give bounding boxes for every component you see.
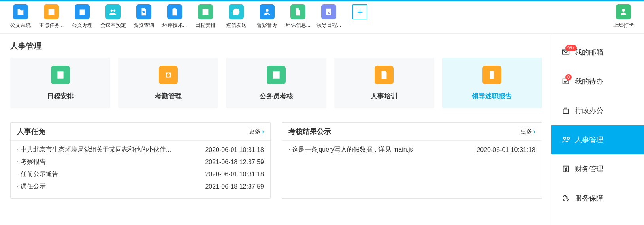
main-content: 人事管理 日程安排考勤管理公务员考核人事培训领导述职报告 人事任免更多›· 中共…: [0, 34, 551, 225]
toolbar-item-0[interactable]: 公文系统: [6, 4, 36, 29]
chevron-right-icon: ›: [533, 128, 535, 136]
item-date: 2020-06-01 10:31:18: [476, 146, 535, 154]
toolbar: 公文系统重点任务...公文办理会议室预定薪资查询环评技术...日程安排短信发送督…: [0, 1, 644, 34]
edit-icon: [198, 4, 213, 19]
more-link[interactable]: 更多›: [520, 128, 535, 136]
list-item[interactable]: · 任前公示通告2020-06-01 10:31:18: [17, 168, 264, 180]
module-card-2[interactable]: 公务员考核: [226, 58, 326, 108]
item-date: 2020-06-01 10:31:18: [205, 146, 264, 154]
hr-icon: [561, 135, 570, 144]
item-date: 2021-06-18 12:37:59: [205, 159, 264, 166]
toolbar-label: 会议室预定: [100, 22, 126, 29]
toolbar-item-9[interactable]: 环保信息...: [283, 4, 313, 29]
card-label: 日程安排: [47, 92, 74, 101]
card-label: 人事培训: [371, 92, 397, 101]
toolbar-label: 短信发送: [226, 22, 247, 29]
list-item[interactable]: · 这是一条jquery写入的假数据，详见 main.js2020-06-01 …: [288, 144, 535, 156]
panels: 人事任免更多›· 中共北京市生态环境局党组关于某同志和他的小伙伴...2020-…: [10, 122, 542, 199]
sidebar-label: 我的待办: [575, 77, 603, 86]
item-title: · 任前公示通告: [17, 170, 58, 178]
panel-title: 考核结果公示: [288, 127, 331, 136]
sidebar-item-5[interactable]: 服务保障: [551, 184, 644, 213]
list-item[interactable]: · 中共北京市生态环境局党组关于某同志和他的小伙伴...2020-06-01 1…: [17, 144, 264, 156]
usercheck-icon: [260, 4, 275, 19]
toolbar-item-2[interactable]: 公文办理: [67, 4, 97, 29]
toolbar-label: 日程安排: [195, 22, 216, 29]
toolbar-add-button[interactable]: +: [352, 4, 367, 19]
item-date: 2020-06-01 10:31:18: [205, 171, 264, 178]
calendar-icon: [51, 66, 70, 84]
chart-icon: [44, 4, 59, 19]
sidebar-label: 财务管理: [575, 164, 603, 174]
sidebar-item-2[interactable]: 行政办公: [551, 96, 644, 125]
service-icon: [561, 194, 570, 202]
card-label: 领导述职报告: [472, 92, 512, 101]
item-title: · 考察报告: [17, 158, 46, 166]
file-icon: [290, 4, 305, 19]
toolbar-label: 领导日程...: [316, 22, 341, 29]
sidebar-label: 人事管理: [575, 135, 603, 144]
toolbar-label: 环保信息...: [286, 22, 311, 29]
item-title: · 调任公示: [17, 182, 46, 191]
people-icon: [105, 4, 121, 19]
message-icon: [229, 4, 244, 19]
sidebar-item-3[interactable]: 人事管理: [551, 125, 644, 154]
module-card-1[interactable]: 考勤管理: [118, 58, 218, 108]
module-card-4[interactable]: 领导述职报告: [442, 58, 542, 108]
report-icon: [482, 66, 501, 84]
list-item[interactable]: · 调任公示2021-06-18 12:37:59: [17, 180, 264, 193]
clock-label: 上班打卡: [613, 22, 634, 29]
list-item[interactable]: · 考察报告2021-06-18 12:37:59: [17, 156, 264, 168]
searchdoc-icon: [321, 4, 336, 19]
toolbar-item-8[interactable]: 督察督办: [252, 4, 282, 29]
toolbar-label: 重点任务...: [39, 22, 64, 29]
sidebar: 99+我的邮箱0我的待办行政办公人事管理财务管理服务保障: [551, 34, 644, 225]
panel-title: 人事任免: [17, 127, 45, 136]
clipboard-icon: [167, 4, 182, 19]
training-icon: [375, 66, 394, 84]
sidebar-label: 我的邮箱: [575, 47, 603, 57]
sidebar-label: 服务保障: [575, 193, 603, 203]
fingerprint-icon: [159, 66, 178, 84]
sidebar-item-0[interactable]: 99+我的邮箱: [551, 38, 644, 67]
toolbar-label: 公文办理: [72, 22, 92, 29]
card-label: 公务员考核: [260, 92, 293, 101]
toolbar-item-10[interactable]: 领导日程...: [314, 4, 344, 29]
item-title: · 中共北京市生态环境局党组关于某同志和他的小伙伴...: [17, 146, 171, 154]
sidebar-label: 行政办公: [575, 106, 603, 115]
toolbar-label: 薪资查询: [134, 22, 154, 29]
module-card-0[interactable]: 日程安排: [10, 58, 110, 108]
user-icon: [616, 4, 631, 19]
toolbar-item-5[interactable]: 环评技术...: [160, 4, 190, 29]
sidebar-item-4[interactable]: 财务管理: [551, 154, 644, 184]
sidebar-item-1[interactable]: 0我的待办: [551, 67, 644, 96]
toolbar-item-3[interactable]: 会议室预定: [98, 4, 128, 29]
admin-icon: [561, 106, 570, 115]
badge: 0: [565, 74, 572, 80]
toolbar-item-1[interactable]: 重点任务...: [36, 4, 66, 29]
toolbar-item-7[interactable]: 短信发送: [221, 4, 251, 29]
briefcase-icon: [75, 4, 90, 19]
module-card-3[interactable]: 人事培训: [334, 58, 434, 108]
docsearch-icon: [136, 4, 151, 19]
more-link[interactable]: 更多›: [249, 128, 264, 136]
toolbar-item-4[interactable]: 薪资查询: [129, 4, 159, 29]
clock-in-button[interactable]: 上班打卡: [608, 4, 638, 29]
chevron-right-icon: ›: [262, 128, 264, 136]
item-date: 2021-06-18 12:37:59: [205, 183, 264, 190]
folder-icon: [13, 4, 28, 19]
assessment-icon: [267, 66, 286, 84]
toolbar-label: 环评技术...: [162, 22, 187, 29]
page-title: 人事管理: [10, 41, 542, 51]
panel-0: 人事任免更多›· 中共北京市生态环境局党组关于某同志和他的小伙伴...2020-…: [10, 122, 271, 199]
module-cards: 日程安排考勤管理公务员考核人事培训领导述职报告: [10, 58, 542, 108]
badge: 99+: [565, 45, 577, 51]
panel-1: 考核结果公示更多›· 这是一条jquery写入的假数据，详见 main.js20…: [282, 122, 542, 199]
toolbar-label: 督察督办: [257, 22, 277, 29]
toolbar-label: 公文系统: [10, 22, 31, 29]
card-label: 考勤管理: [155, 92, 182, 101]
finance-icon: [561, 165, 570, 173]
item-title: · 这是一条jquery写入的假数据，详见 main.js: [288, 146, 413, 154]
toolbar-item-6[interactable]: 日程安排: [190, 4, 220, 29]
